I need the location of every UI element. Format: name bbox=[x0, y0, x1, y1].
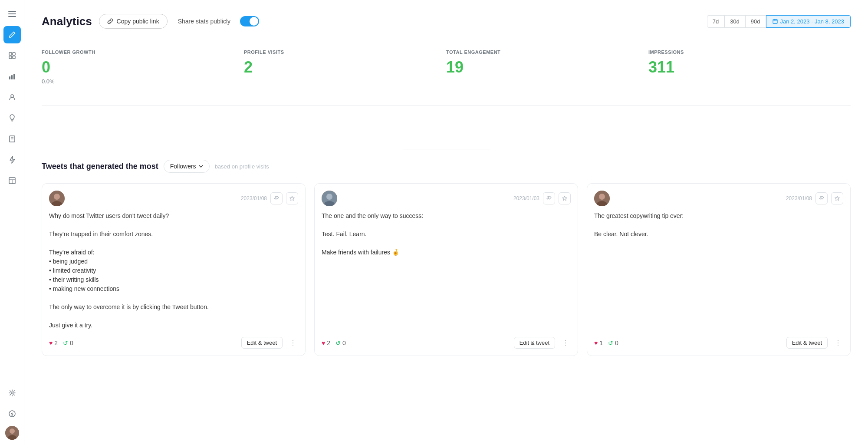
90d-button[interactable]: 90d bbox=[745, 15, 766, 28]
tweet-1-likes: ♥ 2 bbox=[49, 340, 58, 346]
tweet-3-pin-button[interactable] bbox=[815, 192, 828, 204]
lightbulb-icon[interactable] bbox=[3, 109, 21, 127]
tweet-1-retweets: ↺ 0 bbox=[63, 340, 73, 346]
heart-icon: ♥ bbox=[49, 340, 53, 346]
tweet-2-edit-button[interactable]: Edit & tweet bbox=[514, 337, 555, 349]
copy-link-label: Copy public link bbox=[117, 18, 159, 25]
edit-icon[interactable] bbox=[3, 26, 21, 43]
profile-visits-value: 2 bbox=[244, 58, 446, 76]
tweets-section-header: Tweets that generated the most Followers… bbox=[42, 160, 851, 173]
7d-button[interactable]: 7d bbox=[707, 15, 724, 28]
svg-point-23 bbox=[10, 429, 15, 434]
svg-rect-6 bbox=[13, 56, 15, 59]
svg-point-36 bbox=[599, 194, 605, 200]
svg-point-19 bbox=[11, 392, 13, 394]
svg-rect-4 bbox=[13, 53, 15, 55]
tweet-3-like-count: 1 bbox=[599, 340, 603, 346]
stats-row: FOLLOWER GROWTH 0 0.0% PROFILE VISITS 2 … bbox=[42, 43, 851, 106]
tweet-3-edit-button[interactable]: Edit & tweet bbox=[786, 337, 828, 349]
tweet-2-content: The one and the only way to success: Tes… bbox=[322, 211, 571, 330]
tweet-2-pin-button[interactable] bbox=[543, 192, 555, 204]
chart-line bbox=[403, 149, 490, 149]
layout-icon[interactable] bbox=[3, 172, 21, 189]
tweet-3-footer: ♥ 1 ↺ 0 Edit & tweet ⋮ bbox=[594, 337, 843, 349]
tweet-1-more-button[interactable]: ⋮ bbox=[288, 337, 298, 349]
tweet-1-avatar bbox=[49, 191, 65, 206]
tweet-1-footer: ♥ 2 ↺ 0 Edit & tweet ⋮ bbox=[49, 337, 298, 349]
tweet-card-1: 2023/01/08 Why do most Twitter users don… bbox=[42, 183, 306, 356]
retweet-icon: ↺ bbox=[63, 340, 68, 346]
tweet-2-star-button[interactable] bbox=[559, 192, 571, 204]
svg-rect-9 bbox=[13, 74, 15, 79]
tweet-3-avatar bbox=[594, 191, 610, 206]
tweet-2-more-button[interactable]: ⋮ bbox=[560, 337, 571, 349]
settings-icon[interactable] bbox=[3, 384, 21, 402]
tweet-card-1-header: 2023/01/08 bbox=[49, 191, 298, 206]
grid-icon[interactable] bbox=[3, 47, 21, 64]
tweet-3-content: The greatest copywriting tip ever: Be cl… bbox=[594, 211, 843, 330]
date-range-controls: 7d 30d 90d Jan 2, 2023 - Jan 8, 2023 bbox=[707, 15, 851, 28]
svg-rect-12 bbox=[11, 121, 13, 122]
calendar-icon bbox=[773, 19, 778, 24]
tweet-3-likes: ♥ 1 bbox=[594, 340, 603, 346]
tweets-sort-dropdown[interactable]: Followers bbox=[164, 160, 210, 173]
book-icon[interactable] bbox=[3, 130, 21, 148]
tweet-2-avatar bbox=[322, 191, 337, 206]
tweet-2-retweet-count: 0 bbox=[342, 340, 346, 346]
date-range-label: Jan 2, 2023 - Jan 8, 2023 bbox=[780, 18, 844, 25]
tweet-2-likes: ♥ 2 bbox=[322, 340, 330, 346]
30d-button[interactable]: 30d bbox=[724, 15, 745, 28]
page-title: Analytics bbox=[42, 15, 92, 28]
tweet-1-content: Why do most Twitter users don't tweet da… bbox=[49, 211, 298, 330]
share-stats-toggle[interactable] bbox=[240, 16, 259, 26]
tweet-2-like-count: 2 bbox=[327, 340, 330, 346]
tweet-1-retweet-count: 0 bbox=[70, 340, 73, 346]
retweet-icon-2: ↺ bbox=[335, 340, 341, 346]
tweet-card-3-header: 2023/01/08 bbox=[594, 191, 843, 206]
svg-rect-3 bbox=[9, 53, 12, 55]
tweet-card-2: 2023/01/03 The one and the only way to s… bbox=[314, 183, 578, 356]
user-avatar[interactable] bbox=[5, 426, 19, 440]
tweets-section-title: Tweets that generated the most bbox=[42, 162, 158, 171]
heart-icon-2: ♥ bbox=[322, 340, 325, 346]
people-icon[interactable] bbox=[3, 89, 21, 106]
tweet-3-date: 2023/01/08 bbox=[786, 195, 812, 201]
chevron-down-icon bbox=[199, 165, 203, 168]
tweet-3-star-button[interactable] bbox=[831, 192, 843, 204]
svg-text:$: $ bbox=[11, 412, 13, 416]
date-range-button[interactable]: Jan 2, 2023 - Jan 8, 2023 bbox=[766, 15, 851, 28]
impressions-value: 311 bbox=[648, 58, 851, 76]
tweet-1-date: 2023/01/08 bbox=[241, 195, 267, 201]
total-engagement-label: TOTAL ENGAGEMENT bbox=[446, 49, 648, 55]
tweet-3-retweets: ↺ 0 bbox=[608, 340, 618, 346]
svg-rect-2 bbox=[8, 16, 16, 17]
tweet-card-3: 2023/01/08 The greatest copywriting tip … bbox=[587, 183, 851, 356]
tweet-1-star-button[interactable] bbox=[286, 192, 298, 204]
svg-rect-8 bbox=[11, 75, 13, 79]
share-stats-label: Share stats publicly bbox=[178, 18, 230, 25]
menu-icon[interactable] bbox=[3, 5, 21, 23]
tweet-2-retweets: ↺ 0 bbox=[335, 340, 346, 346]
billing-icon[interactable]: $ bbox=[3, 405, 21, 422]
svg-rect-7 bbox=[9, 76, 10, 79]
tweet-2-footer: ♥ 2 ↺ 0 Edit & tweet ⋮ bbox=[322, 337, 571, 349]
svg-rect-0 bbox=[8, 11, 16, 12]
impressions-label: IMPRESSIONS bbox=[648, 49, 851, 55]
svg-point-30 bbox=[54, 194, 60, 200]
sidebar: $ bbox=[0, 0, 24, 445]
stat-profile-visits: PROFILE VISITS 2 bbox=[244, 43, 446, 92]
tweet-3-more-button[interactable]: ⋮ bbox=[833, 337, 843, 349]
tweet-1-edit-button[interactable]: Edit & tweet bbox=[241, 337, 283, 349]
main-content: Analytics Copy public link Share stats p… bbox=[24, 0, 868, 445]
svg-rect-11 bbox=[11, 120, 13, 121]
chart-icon[interactable] bbox=[3, 68, 21, 85]
tweet-2-date: 2023/01/03 bbox=[513, 195, 539, 201]
chart-area bbox=[42, 123, 851, 149]
stat-impressions: IMPRESSIONS 311 bbox=[648, 43, 851, 92]
lightning-icon[interactable] bbox=[3, 151, 21, 168]
copy-public-link-button[interactable]: Copy public link bbox=[99, 14, 168, 29]
tweet-1-pin-button[interactable] bbox=[270, 192, 283, 204]
svg-rect-5 bbox=[9, 56, 12, 59]
tweets-grid: 2023/01/08 Why do most Twitter users don… bbox=[42, 183, 851, 356]
tweet-1-like-count: 2 bbox=[54, 340, 58, 346]
